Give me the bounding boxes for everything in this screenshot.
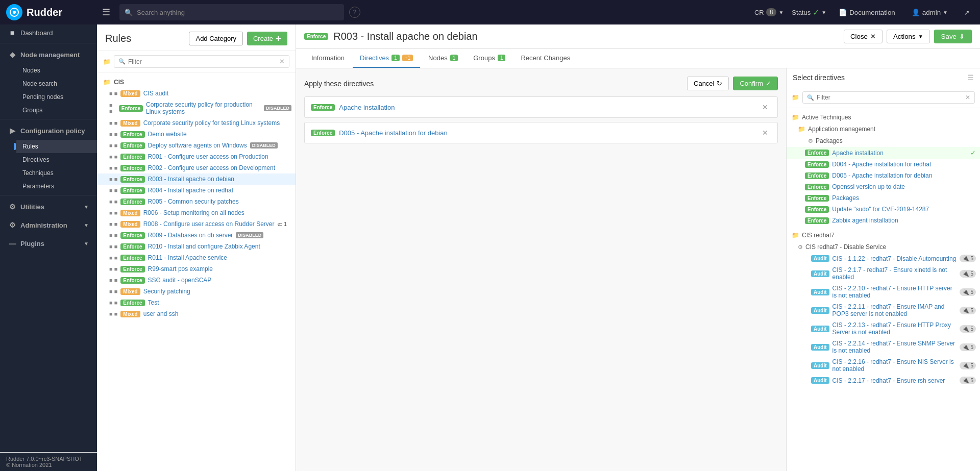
cis-directive-item[interactable]: Audit CIS - 2.2.10 - redhat7 - Ensure HT… <box>787 283 980 301</box>
sidebar-item-groups[interactable]: Groups <box>16 104 97 117</box>
directive-remove-button[interactable]: ✕ <box>759 128 771 138</box>
directive-tree-item[interactable]: Enforce Openssl version up to date <box>787 181 980 192</box>
sidebar-administration[interactable]: ⚙ Administration ▼ <box>0 216 97 234</box>
dir-clear-icon[interactable]: ✕ <box>965 94 970 101</box>
rule-name-link[interactable]: R001 - Configure user access on Producti… <box>148 153 268 160</box>
directive-tree-item[interactable]: Enforce Zabbix agent installation <box>787 215 980 226</box>
tab-information[interactable]: Information <box>304 49 352 68</box>
directive-tree-item[interactable]: Enforce D004 - Apache installation for r… <box>787 159 980 170</box>
global-search[interactable]: 🔍 <box>119 4 344 20</box>
rule-name-link[interactable]: user and ssh <box>143 310 179 317</box>
external-link-button[interactable]: ➚ <box>960 7 974 18</box>
rule-name-link[interactable]: Corporate security policy for testing Li… <box>143 119 280 127</box>
sidebar-item-rules[interactable]: Rules <box>16 140 97 153</box>
rule-name-link[interactable]: CIS audit <box>143 90 168 97</box>
rule-item[interactable]: ■ ■MixedR006 - Setup monitoring on all n… <box>97 207 296 218</box>
directive-tree-item[interactable]: Enforce Apache installation ✓ <box>787 147 980 159</box>
directive-name[interactable]: D005 - Apache installation for debian <box>339 129 755 137</box>
tab-recent-changes[interactable]: Recent Changes <box>513 49 577 68</box>
rule-item[interactable]: ■ ■EnforceR003 - Install apache on debia… <box>97 173 296 185</box>
tab-nodes[interactable]: Nodes 1 <box>421 49 465 68</box>
directives-filter-input[interactable] <box>817 94 963 101</box>
dir-filter-wrap[interactable]: 🔍 ✕ <box>802 91 975 104</box>
rule-name-link[interactable]: R003 - Install apache on debian <box>148 176 234 183</box>
rule-item[interactable]: ■ ■EnforceDemo website <box>97 129 296 140</box>
cancel-button[interactable]: Cancel ↻ <box>687 77 729 90</box>
rule-name-link[interactable]: R002 - Configure user access on Developm… <box>148 164 275 171</box>
sidebar-item-techniques[interactable]: Techniques <box>16 166 97 180</box>
sidebar-item-directives[interactable]: Directives <box>16 153 97 166</box>
rule-name-link[interactable]: SSG audit - openSCAP <box>148 277 212 284</box>
rule-item[interactable]: ■ ■EnforceR99-smart pos example <box>97 263 296 275</box>
close-button[interactable]: Close ✕ <box>844 30 883 43</box>
menu-hamburger[interactable]: ☰ <box>98 5 114 20</box>
rule-item[interactable]: ■ ■EnforceCorporate security policy for … <box>97 99 296 117</box>
rule-name-link[interactable]: R99-smart pos example <box>148 265 213 272</box>
rule-item[interactable]: ■ ■EnforceR009 - Databases on db serverD… <box>97 230 296 241</box>
rule-name-link[interactable]: R005 - Common security patches <box>148 198 239 205</box>
rule-item[interactable]: ■ ■EnforceR011 - Install Apache service <box>97 252 296 263</box>
status-indicator[interactable]: Status ✓ ▼ <box>792 8 826 17</box>
documentation-button[interactable]: 📄 Documentation <box>835 7 899 18</box>
rule-item[interactable]: ■ ■MixedSecurity patching <box>97 286 296 297</box>
help-icon[interactable]: ? <box>349 7 360 18</box>
rule-name-link[interactable]: R006 - Setup monitoring on all nodes <box>143 209 244 216</box>
rule-item[interactable]: ■ ■MixedCIS audit <box>97 88 296 99</box>
rule-name-link[interactable]: Security patching <box>143 288 190 295</box>
rule-name-link[interactable]: R004 - Install apache on redhat <box>148 187 233 194</box>
tab-groups[interactable]: Groups 1 <box>466 49 512 68</box>
rule-name-link[interactable]: Deploy software agents on Windows <box>148 142 247 149</box>
rule-name-link[interactable]: Demo website <box>148 131 187 138</box>
rule-item[interactable]: ■ ■MixedR008 - Configure user access on … <box>97 218 296 230</box>
cis-directive-item[interactable]: Audit CIS - 2.1.7 - redhat7 - Ensure xin… <box>787 264 980 283</box>
confirm-button[interactable]: Confirm ✓ <box>733 77 778 90</box>
sidebar-item-parameters[interactable]: Parameters <box>16 180 97 193</box>
sidebar-utilities[interactable]: ⚙ Utilities ▼ <box>0 197 97 216</box>
actions-button[interactable]: Actions ▼ <box>887 30 930 43</box>
admin-button[interactable]: 👤 admin ▼ <box>908 7 952 18</box>
search-input[interactable] <box>137 9 339 16</box>
rule-name-link[interactable]: Test <box>148 299 159 306</box>
rule-item[interactable]: ■ ■EnforceSSG audit - openSCAP <box>97 275 296 286</box>
sidebar-plugins[interactable]: ⸻ Plugins ▼ <box>0 234 97 253</box>
filter-input-wrap[interactable]: 🔍 ✕ <box>114 55 289 68</box>
cis-directive-item[interactable]: Audit CIS - 1.1.22 - redhat7 - Disable A… <box>787 253 980 264</box>
save-button[interactable]: Save ⇓ <box>934 30 972 43</box>
add-category-button[interactable]: Add Category <box>189 32 243 45</box>
directive-tree-item[interactable]: Enforce Update "sudo" for CVE-2019-14287 <box>787 204 980 215</box>
rule-item[interactable]: ■ ■EnforceR001 - Configure user access o… <box>97 151 296 162</box>
rule-item[interactable]: ■ ■EnforceR002 - Configure user access o… <box>97 162 296 173</box>
sidebar-item-node-search[interactable]: Node search <box>16 77 97 90</box>
tab-directives[interactable]: Directives 1 +1 <box>353 49 420 68</box>
rule-name-link[interactable]: R008 - Configure user access on Rudder S… <box>143 220 275 228</box>
cr-indicator[interactable]: CR 8 ▼ <box>754 8 783 16</box>
rule-name-link[interactable]: R011 - Install Apache service <box>148 254 227 261</box>
rule-name-link[interactable]: R009 - Databases on db server <box>148 232 233 239</box>
directive-name[interactable]: Apache installation <box>339 104 755 111</box>
rule-item[interactable]: ■ ■MixedCorporate security policy for te… <box>97 117 296 129</box>
cis-directive-item[interactable]: Audit CIS - 2.2.17 - redhat7 - Ensure rs… <box>787 375 980 386</box>
cis-directive-item[interactable]: Audit CIS - 2.2.16 - redhat7 - Ensure NI… <box>787 356 980 375</box>
directive-tree-item[interactable]: Enforce D005 - Apache installation for d… <box>787 170 980 181</box>
rule-item[interactable]: ■ ■EnforceR010 - Install and configure Z… <box>97 241 296 252</box>
sidebar-item-dashboard[interactable]: ■ Dashboard <box>0 24 97 41</box>
rule-item[interactable]: ■ ■EnforceDeploy software agents on Wind… <box>97 140 296 151</box>
sidebar-node-management[interactable]: ◆ Node management <box>0 45 97 64</box>
cis-directive-item[interactable]: Audit CIS - 2.2.11 - redhat7 - Ensure IM… <box>787 301 980 319</box>
cis-directive-item[interactable]: Audit CIS - 2.2.14 - redhat7 - Ensure SN… <box>787 338 980 356</box>
rule-name-link[interactable]: Corporate security policy for production… <box>146 101 261 115</box>
rule-item[interactable]: ■ ■EnforceR004 - Install apache on redha… <box>97 185 296 196</box>
directive-tree-item[interactable]: Enforce Packages <box>787 192 980 204</box>
rules-filter-input[interactable] <box>128 58 277 65</box>
rule-item[interactable]: ■ ■Mixeduser and ssh <box>97 308 296 319</box>
cis-directive-item[interactable]: Audit CIS - 2.2.13 - redhat7 - Ensure HT… <box>787 319 980 338</box>
sidebar-item-nodes[interactable]: Nodes <box>16 64 97 77</box>
sidebar-configuration-policy[interactable]: ▶ Configuration policy <box>0 121 97 140</box>
rule-item[interactable]: ■ ■EnforceR005 - Common security patches <box>97 196 296 207</box>
directive-remove-button[interactable]: ✕ <box>759 102 771 112</box>
rule-name-link[interactable]: R010 - Install and configure Zabbix Agen… <box>148 243 260 250</box>
create-rule-button[interactable]: Create ✚ <box>247 32 287 45</box>
rule-item[interactable]: ■ ■EnforceTest <box>97 297 296 308</box>
clear-filter-icon[interactable]: ✕ <box>279 58 285 65</box>
sidebar-item-pending-nodes[interactable]: Pending nodes <box>16 90 97 104</box>
